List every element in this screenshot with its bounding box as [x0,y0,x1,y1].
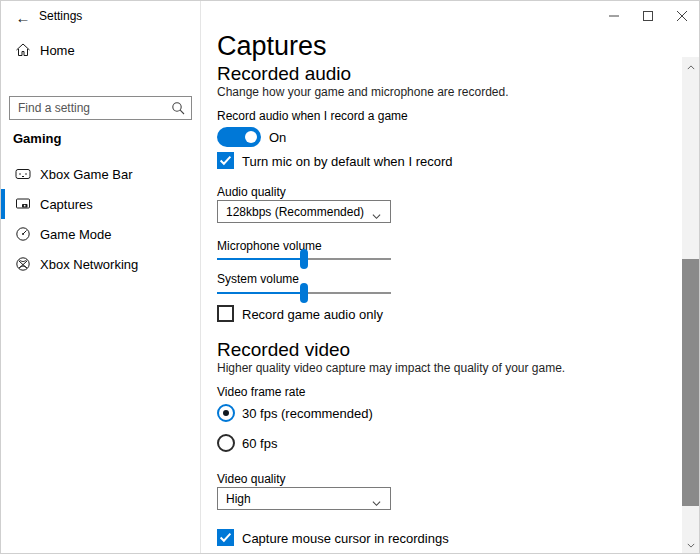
settings-window: ← Settings Home G [0,0,700,554]
sidebar-divider [200,1,201,554]
maximize-button[interactable] [631,1,665,31]
page-title: Captures [217,31,327,62]
window-title: Settings [39,9,82,23]
chevron-down-icon [372,207,381,216]
chevron-down-icon [372,494,381,503]
video-quality-value: High [226,492,251,506]
game-audio-only-checkbox[interactable] [217,305,234,322]
sidebar-item-xbox-networking[interactable]: Xbox Networking [1,249,200,279]
sidebar-item-game-mode[interactable]: Game Mode [1,219,200,249]
maximize-icon [643,11,653,21]
sidebar-item-label: Xbox Game Bar [40,167,133,182]
scroll-down-icon [687,543,695,548]
system-volume-slider[interactable] [217,283,391,303]
xbox-networking-icon [15,256,31,272]
toggle-state-label: On [269,130,286,145]
fps-30-radio-label[interactable]: 30 fps (recommended) [242,406,373,421]
sidebar: Home Gaming Xbox Game Bar Captures [1,33,200,554]
audio-quality-value: 128kbps (Recommended) [226,205,364,219]
fps-60-radio[interactable] [217,434,235,452]
sidebar-item-xbox-game-bar[interactable]: Xbox Game Bar [1,159,200,189]
search-box [9,96,192,120]
minimize-button[interactable] [597,1,631,31]
checkmark-icon [219,154,232,167]
toggle-knob [245,131,257,143]
audio-quality-label: Audio quality [217,185,286,199]
close-icon [677,11,687,21]
scrollbar-thumb[interactable] [682,259,699,506]
radio-dot [223,410,229,416]
recorded-audio-heading: Recorded audio [217,63,351,85]
scrollbar[interactable] [682,57,699,554]
mic-default-checkbox-label[interactable]: Turn mic on by default when I record [242,154,453,169]
fps-30-radio[interactable] [217,404,235,422]
back-button[interactable]: ← [11,5,35,29]
checkmark-icon [219,531,232,544]
video-quality-label: Video quality [217,472,286,486]
fps-60-radio-label[interactable]: 60 fps [242,436,277,451]
slider-fill [217,292,304,294]
capture-cursor-checkbox[interactable] [217,529,234,546]
close-button[interactable] [665,1,699,31]
scroll-up-button[interactable] [682,59,699,75]
home-icon [15,42,31,58]
xbox-game-bar-icon [15,166,31,182]
record-audio-toggle[interactable] [217,127,261,147]
video-quality-select[interactable]: High [217,487,391,510]
minimize-icon [609,11,619,21]
mic-default-checkbox[interactable] [217,152,234,169]
titlebar: ← Settings [1,1,699,33]
sidebar-item-label: Captures [40,197,93,212]
recorded-audio-description: Change how your game and microphone are … [217,85,509,99]
recorded-video-description: Higher quality video capture may impact … [217,361,565,375]
sidebar-item-label: Game Mode [40,227,112,242]
sidebar-home-label: Home [40,43,75,58]
slider-thumb[interactable] [300,283,308,303]
back-arrow-icon: ← [16,9,31,26]
scroll-down-button[interactable] [682,537,699,553]
sidebar-section-gaming: Gaming [13,131,61,146]
search-icon[interactable] [171,101,185,115]
game-mode-icon [15,226,31,242]
sidebar-item-home[interactable]: Home [1,35,200,65]
record-audio-label: Record audio when I record a game [217,109,408,123]
game-audio-only-checkbox-label[interactable]: Record game audio only [242,307,383,322]
mic-volume-slider[interactable] [217,249,391,269]
search-input[interactable] [10,97,191,119]
slider-fill [217,258,304,260]
capture-cursor-checkbox-label[interactable]: Capture mouse cursor in recordings [242,531,449,546]
sidebar-item-captures[interactable]: Captures [1,189,200,219]
slider-thumb[interactable] [300,249,308,269]
audio-quality-select[interactable]: 128kbps (Recommended) [217,200,391,223]
frame-rate-label: Video frame rate [217,385,306,399]
recorded-video-heading: Recorded video [217,339,350,361]
captures-icon [15,196,31,212]
scroll-up-icon [687,65,695,70]
sidebar-item-label: Xbox Networking [40,257,138,272]
